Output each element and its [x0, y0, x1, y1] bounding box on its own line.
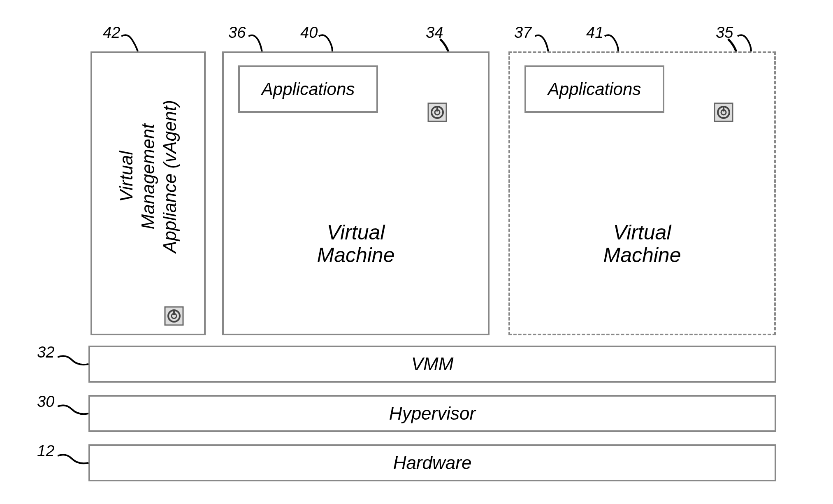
ref-36: 36: [228, 24, 246, 42]
hardware-label: Hardware: [393, 453, 472, 473]
ref-squiggle-42: [121, 33, 146, 53]
ref-30: 30: [37, 393, 54, 411]
ref-40: 40: [300, 24, 318, 42]
hypervisor-label: Hypervisor: [389, 403, 476, 424]
architecture-diagram: 42 36 40 34 37 41 35 Virtual Management …: [21, 16, 812, 488]
ref-42: 42: [103, 24, 120, 42]
vm1-box: Applications Virtual Machine: [222, 51, 490, 335]
vma-label: Virtual Management Appliance (vAgent): [116, 100, 181, 253]
ref-squiggle-12: [58, 453, 90, 469]
ref-squiggle-40: [317, 33, 341, 53]
vmm-label: VMM: [411, 354, 454, 374]
vmm-layer: VMM: [88, 346, 776, 383]
ref-12: 12: [37, 442, 54, 460]
ref-32: 32: [37, 344, 54, 361]
vm2-label: Virtual Machine: [603, 221, 681, 267]
vm2-box: Applications Virtual Machine: [508, 51, 776, 335]
ref-squiggle-32: [58, 354, 90, 370]
vm2-apps-box: Applications: [524, 65, 664, 113]
power-icon-vma: [164, 306, 184, 326]
ref-41: 41: [586, 24, 603, 42]
hypervisor-layer: Hypervisor: [88, 395, 776, 432]
hardware-layer: Hardware: [88, 444, 776, 481]
vm1-label-text: Virtual Machine: [317, 221, 395, 267]
ref-squiggle-41: [603, 33, 627, 53]
vm2-label-text: Virtual Machine: [603, 221, 681, 267]
ref-squiggle-30: [58, 403, 90, 420]
vm2-apps-label: Applications: [548, 79, 641, 99]
ref-37: 37: [514, 24, 531, 42]
vma-box: Virtual Management Appliance (vAgent): [90, 51, 206, 335]
power-icon-vm1: [427, 102, 447, 122]
vm1-label: Virtual Machine: [317, 221, 395, 267]
power-icon-vm2: [714, 102, 733, 122]
vm1-apps-box: Applications: [238, 65, 378, 113]
vm1-apps-label: Applications: [262, 79, 355, 99]
vma-label-text: Virtual Management Appliance (vAgent): [116, 100, 180, 253]
